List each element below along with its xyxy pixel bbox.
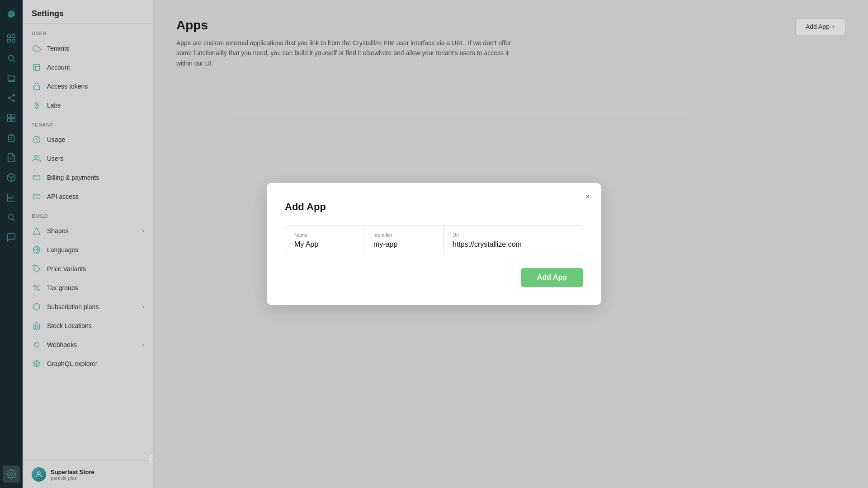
modal-title: Add App <box>285 201 583 213</box>
modal-submit-button[interactable]: Add App <box>521 268 583 287</box>
modal-identifier-input[interactable] <box>373 240 434 249</box>
modal-fields-group: Name Identifier Url <box>285 225 583 255</box>
modal-name-label: Name <box>294 232 355 238</box>
modal-field-name[interactable]: Name <box>285 226 364 255</box>
modal-actions: Add App <box>285 268 583 287</box>
modal-overlay: × Add App Name Identifier Url Add App <box>154 0 868 488</box>
modal-field-url[interactable]: Url <box>443 226 583 255</box>
modal-identifier-label: Identifier <box>373 232 434 238</box>
modal-close-button[interactable]: × <box>581 190 594 203</box>
modal-url-label: Url <box>453 232 574 238</box>
modal-url-input[interactable] <box>453 240 574 249</box>
add-app-modal: × Add App Name Identifier Url Add App <box>267 183 601 305</box>
modal-name-input[interactable] <box>294 240 355 249</box>
modal-field-identifier[interactable]: Identifier <box>364 226 443 255</box>
main-content: Apps Apps are custom external applicatio… <box>154 0 868 488</box>
